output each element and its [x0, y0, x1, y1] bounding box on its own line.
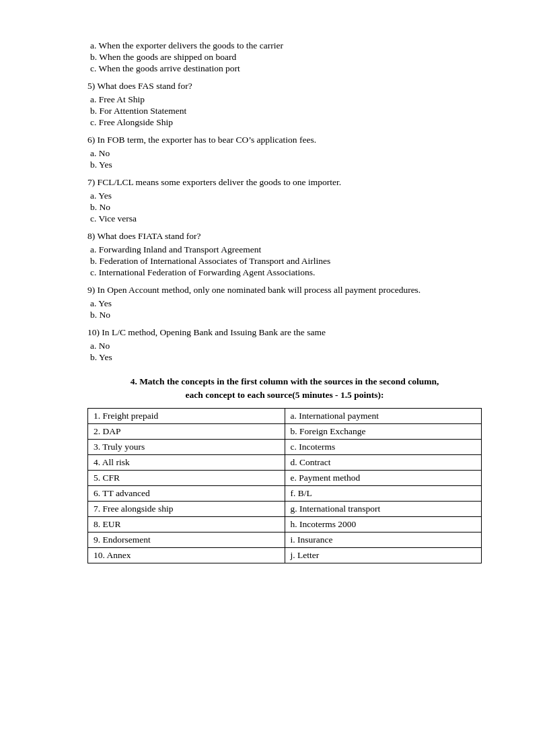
match-right-cell: f. B/L [285, 485, 482, 501]
table-row: 7. Free alongside shipg. International t… [88, 501, 482, 516]
q10-a: a. No [87, 341, 482, 351]
match-right-cell: d. Contract [285, 454, 482, 470]
match-title-line1: 4. Match the concepts in the first colum… [131, 376, 439, 386]
table-row: 5. CFRe. Payment method [88, 470, 482, 485]
q5-label: 5) What does FAS stand for? [87, 81, 482, 92]
item-c: c. When the goods arrive destination por… [87, 63, 482, 74]
match-left-cell: 3. Truly yours [88, 439, 285, 454]
question-6: 6) In FOB term, the exporter has to bear… [87, 135, 482, 170]
question-7: 7) FCL/LCL means some exporters deliver … [87, 177, 482, 224]
table-row: 6. TT advancedf. B/L [88, 485, 482, 501]
match-right-cell: g. International transport [285, 501, 482, 516]
match-right-cell: i. Insurance [285, 532, 482, 547]
q5-c: c. Free Alongside Ship [87, 117, 482, 128]
q8-label: 8) What does FIATA stand for? [87, 231, 482, 242]
match-right-cell: b. Foreign Exchange [285, 423, 482, 439]
table-row: 1. Freight prepaida. International payme… [88, 408, 482, 423]
q9-label: 9) In Open Account method, only one nomi… [87, 285, 482, 296]
question-8: 8) What does FIATA stand for? a. Forward… [87, 231, 482, 278]
match-left-cell: 10. Annex [88, 547, 285, 563]
table-row: 9. Endorsementi. Insurance [88, 532, 482, 547]
top-items: a. When the exporter delivers the goods … [87, 40, 482, 74]
q5-a: a. Free At Ship [87, 94, 482, 105]
match-right-cell: c. Incoterms [285, 439, 482, 454]
match-table: 1. Freight prepaida. International payme… [87, 408, 482, 563]
match-left-cell: 6. TT advanced [88, 485, 285, 501]
q7-b: b. No [87, 202, 482, 213]
table-row: 8. EURh. Incoterms 2000 [88, 516, 482, 532]
q10-label: 10) In L/C method, Opening Bank and Issu… [87, 327, 482, 338]
match-left-cell: 7. Free alongside ship [88, 501, 285, 516]
q7-c: c. Vice versa [87, 213, 482, 224]
q9-a: a. Yes [87, 298, 482, 309]
match-left-cell: 8. EUR [88, 516, 285, 532]
q9-b: b. No [87, 310, 482, 320]
q6-label: 6) In FOB term, the exporter has to bear… [87, 135, 482, 145]
q6-a: a. No [87, 148, 482, 159]
question-10: 10) In L/C method, Opening Bank and Issu… [87, 327, 482, 363]
item-a: a. When the exporter delivers the goods … [87, 40, 482, 51]
q7-label: 7) FCL/LCL means some exporters deliver … [87, 177, 482, 188]
table-row: 3. Truly yoursc. Incoterms [88, 439, 482, 454]
item-b: b. When the goods are shipped on board [87, 52, 482, 63]
match-left-cell: 5. CFR [88, 470, 285, 485]
question-9: 9) In Open Account method, only one nomi… [87, 285, 482, 320]
match-right-cell: a. International payment [285, 408, 482, 423]
q5-b: b. For Attention Statement [87, 106, 482, 116]
match-right-cell: h. Incoterms 2000 [285, 516, 482, 532]
q8-c: c. International Federation of Forwardin… [87, 267, 482, 278]
match-left-cell: 9. Endorsement [88, 532, 285, 547]
table-row: 2. DAPb. Foreign Exchange [88, 423, 482, 439]
table-row: 10. Annexj. Letter [88, 547, 482, 563]
match-title-line2: each concept to each source(5 minutes - … [186, 390, 384, 400]
q8-b: b. Federation of International Associate… [87, 256, 482, 267]
q7-a: a. Yes [87, 191, 482, 201]
q8-a: a. Forwarding Inland and Transport Agree… [87, 244, 482, 255]
match-left-cell: 2. DAP [88, 423, 285, 439]
match-section: 4. Match the concepts in the first colum… [87, 375, 482, 563]
match-right-cell: e. Payment method [285, 470, 482, 485]
match-title: 4. Match the concepts in the first colum… [87, 375, 482, 403]
q6-b: b. Yes [87, 160, 482, 170]
match-left-cell: 4. All risk [88, 454, 285, 470]
q10-b: b. Yes [87, 352, 482, 363]
match-left-cell: 1. Freight prepaid [88, 408, 285, 423]
table-row: 4. All riskd. Contract [88, 454, 482, 470]
question-5: 5) What does FAS stand for? a. Free At S… [87, 81, 482, 128]
match-right-cell: j. Letter [285, 547, 482, 563]
